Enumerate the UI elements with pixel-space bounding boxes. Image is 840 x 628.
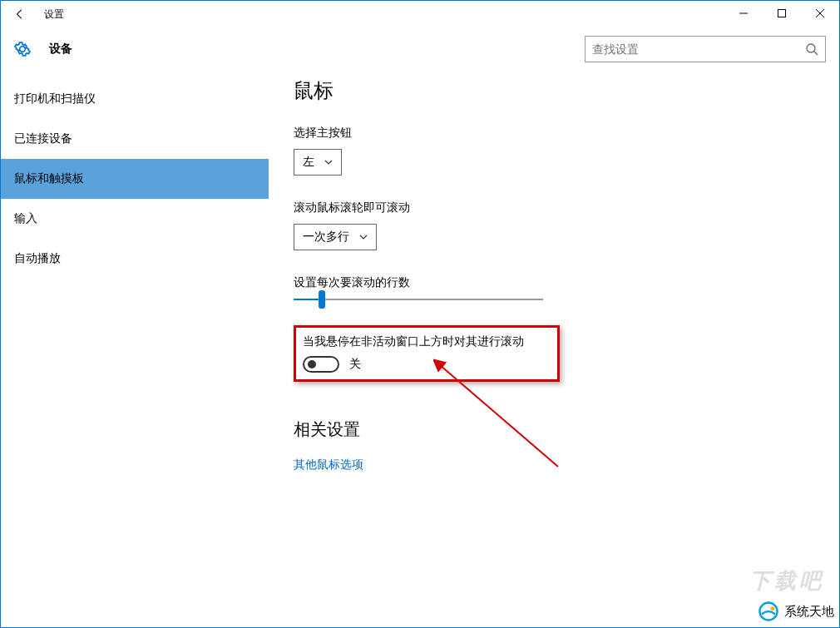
titlebar: 设置: [1, 1, 839, 27]
category-title: 设备: [49, 42, 72, 57]
settings-window: 设置 设备 打印机和扫描仪 已连接设备 鼠标和触摸板 输入: [0, 0, 840, 628]
body: 打印机和扫描仪 已连接设备 鼠标和触摸板 输入 自动播放 鼠标 选择主按钮 左 …: [1, 71, 839, 627]
sidebar-item-label: 已连接设备: [14, 131, 72, 146]
primary-button-select[interactable]: 左: [294, 149, 342, 176]
primary-button-label: 选择主按钮: [294, 126, 839, 141]
chevron-down-icon: [324, 160, 333, 165]
lines-slider[interactable]: [294, 299, 543, 300]
toggle-knob: [308, 360, 316, 368]
scroll-mode-label: 滚动鼠标滚轮即可滚动: [294, 200, 839, 215]
sidebar-item-typing[interactable]: 输入: [1, 199, 269, 239]
search-icon: [805, 42, 818, 56]
svg-point-8: [770, 606, 774, 611]
svg-point-4: [807, 44, 815, 52]
sidebar-item-printers[interactable]: 打印机和扫描仪: [1, 79, 269, 119]
sidebar-item-label: 自动播放: [14, 251, 61, 266]
svg-line-5: [814, 52, 818, 55]
minimize-icon: [739, 9, 748, 17]
sidebar-item-connected-devices[interactable]: 已连接设备: [1, 119, 269, 159]
globe-icon: [758, 601, 779, 622]
brand-watermark: 系统天地: [758, 601, 834, 622]
sidebar: 打印机和扫描仪 已连接设备 鼠标和触摸板 输入 自动播放: [1, 71, 269, 627]
maximize-button[interactable]: [763, 1, 801, 26]
window-title: 设置: [44, 7, 64, 22]
select-value: 左: [303, 155, 314, 170]
slider-thumb[interactable]: [319, 290, 325, 309]
close-button[interactable]: [801, 1, 839, 26]
lines-label: 设置每次要滚动的行数: [294, 275, 839, 290]
download-watermark: 下载吧: [749, 566, 824, 596]
hover-scroll-toggle-row: 关: [303, 356, 551, 373]
sidebar-item-autoplay[interactable]: 自动播放: [1, 239, 269, 279]
maximize-icon: [778, 9, 786, 17]
toggle-state: 关: [349, 357, 361, 372]
gear-icon: [14, 41, 31, 57]
select-value: 一次多行: [303, 230, 349, 245]
annotation-highlight: 当我悬停在非活动窗口上方时对其进行滚动 关: [294, 325, 560, 382]
close-icon: [816, 9, 824, 17]
arrow-left-icon: [14, 8, 26, 20]
chevron-down-icon: [359, 235, 368, 240]
sidebar-item-mouse-touchpad[interactable]: 鼠标和触摸板: [1, 159, 269, 199]
hover-scroll-label: 当我悬停在非活动窗口上方时对其进行滚动: [303, 334, 551, 349]
page-title: 鼠标: [294, 77, 839, 104]
scroll-mode-select[interactable]: 一次多行: [294, 224, 377, 250]
brand-text: 系统天地: [784, 604, 834, 620]
minimize-button[interactable]: [724, 1, 763, 26]
content: 鼠标 选择主按钮 左 滚动鼠标滚轮即可滚动 一次多行 设置每次要滚动的行数 当我…: [269, 71, 839, 627]
back-button[interactable]: [7, 2, 32, 27]
svg-rect-1: [778, 10, 786, 17]
window-controls: [724, 1, 839, 26]
sidebar-item-label: 鼠标和触摸板: [14, 171, 84, 186]
other-mouse-options-link[interactable]: 其他鼠标选项: [294, 457, 839, 472]
header: 设备: [1, 27, 839, 71]
search-box[interactable]: [585, 36, 826, 62]
search-input[interactable]: [592, 42, 805, 56]
hover-scroll-toggle[interactable]: [303, 356, 339, 373]
sidebar-item-label: 打印机和扫描仪: [14, 91, 96, 106]
sidebar-item-label: 输入: [14, 211, 37, 226]
related-section-title: 相关设置: [294, 418, 839, 441]
